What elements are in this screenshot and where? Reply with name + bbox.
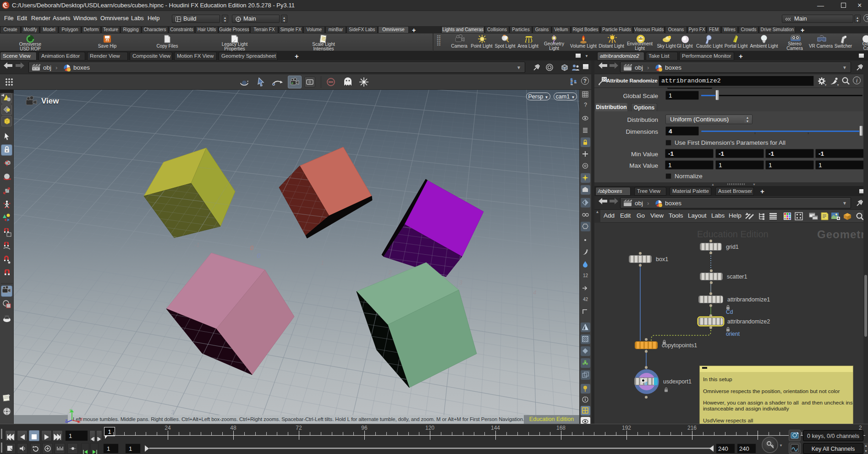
svg-text:z: z [65, 418, 67, 423]
svg-text:x: x [80, 416, 83, 421]
svg-text:-1: -1 [194, 241, 200, 248]
svg-text:3: 3 [171, 409, 175, 416]
svg-text:2: 2 [388, 269, 392, 276]
svg-text:0: 0 [257, 252, 261, 259]
svg-text:1: 1 [321, 259, 324, 266]
svg-text:3: 3 [459, 279, 463, 286]
svg-text:4: 4 [533, 289, 536, 296]
svg-text:0: 0 [250, 244, 254, 252]
svg-text:y: y [69, 408, 72, 413]
svg-text:P: P [291, 82, 293, 85]
